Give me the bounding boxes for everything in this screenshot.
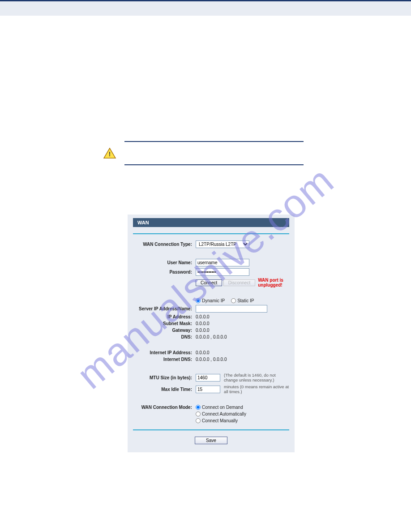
note-text bbox=[124, 142, 304, 164]
row-wan-mode-2: Connect Automatically bbox=[133, 412, 289, 416]
dynamic-ip-label: Dynamic IP bbox=[202, 298, 225, 303]
subnet-mask-value: 0.0.0.0 bbox=[196, 321, 210, 326]
static-ip-label: Static IP bbox=[237, 298, 254, 303]
row-ip-mode: Dynamic IP Static IP bbox=[133, 298, 289, 303]
label-mtu: MTU Size (in bytes): bbox=[133, 375, 196, 380]
gateway-value: 0.0.0.0 bbox=[196, 328, 210, 333]
note-line-bottom bbox=[124, 164, 304, 165]
label-wan-mode: WAN Connection Mode: bbox=[133, 405, 196, 410]
connect-demand-radio[interactable] bbox=[196, 405, 201, 410]
separator-bottom bbox=[133, 429, 289, 430]
dns-value: 0.0.0.0 , 0.0.0.0 bbox=[196, 335, 227, 339]
label-subnet-mask: Subnet Mask: bbox=[133, 321, 196, 326]
row-username: User Name: bbox=[133, 259, 289, 266]
page-header-bars bbox=[0, 0, 411, 16]
row-internet-dns: Internet DNS: 0.0.0.0 , 0.0.0.0 bbox=[133, 357, 289, 362]
row-server-ip: Server IP Address/Name: bbox=[133, 305, 289, 313]
max-idle-hint: minutes (0 means remain active at all ti… bbox=[224, 384, 289, 394]
username-input[interactable] bbox=[196, 259, 249, 266]
label-dns: DNS: bbox=[133, 335, 196, 339]
wan-status-text: WAN port is unplugged! bbox=[258, 278, 289, 287]
save-row: Save bbox=[133, 437, 289, 444]
wan-conn-type-select[interactable]: L2TP/Russia L2TP bbox=[196, 240, 249, 248]
save-button[interactable]: Save bbox=[195, 437, 227, 444]
row-connect: Connect Disconnect WAN port is unplugged… bbox=[133, 278, 289, 287]
label-internet-dns: Internet DNS: bbox=[133, 357, 196, 362]
connect-demand-label: Connect on Demand bbox=[202, 405, 243, 410]
label-internet-ip: Internet IP Address: bbox=[133, 350, 196, 355]
row-wan-conn-type: WAN Connection Type: L2TP/Russia L2TP bbox=[133, 240, 289, 248]
panel-title: WAN bbox=[133, 218, 289, 227]
note-lines bbox=[124, 141, 304, 165]
label-gateway: Gateway: bbox=[133, 328, 196, 333]
separator bbox=[133, 233, 289, 234]
label-max-idle: Max Idle Time: bbox=[133, 387, 196, 392]
label-server-ip: Server IP Address/Name: bbox=[133, 306, 196, 311]
internet-ip-value: 0.0.0.0 bbox=[196, 350, 210, 355]
wan-panel: WAN WAN Connection Type: L2TP/Russia L2T… bbox=[128, 215, 295, 452]
row-subnet-mask: Subnet Mask: 0.0.0.0 bbox=[133, 321, 289, 326]
row-wan-mode-3: Connect Manually bbox=[133, 418, 289, 423]
label-wan-conn-type: WAN Connection Type: bbox=[133, 242, 196, 247]
label-ip-address: IP Address: bbox=[133, 314, 196, 319]
internet-dns-value: 0.0.0.0 , 0.0.0.0 bbox=[196, 357, 227, 362]
row-dns: DNS: 0.0.0.0 , 0.0.0.0 bbox=[133, 335, 289, 339]
server-ip-input[interactable] bbox=[196, 305, 267, 313]
row-mtu: MTU Size (in bytes): (The default is 146… bbox=[133, 373, 289, 382]
mtu-hint: (The default is 1460, do not change unle… bbox=[224, 373, 289, 382]
svg-text:!: ! bbox=[109, 150, 111, 158]
connect-manual-label: Connect Manually bbox=[202, 418, 238, 423]
row-gateway: Gateway: 0.0.0.0 bbox=[133, 328, 289, 333]
header-band bbox=[0, 1, 411, 16]
spacer bbox=[0, 16, 411, 141]
dynamic-ip-radio[interactable] bbox=[196, 298, 201, 303]
connect-button[interactable]: Connect bbox=[196, 279, 222, 286]
row-password: Password: bbox=[133, 268, 289, 276]
row-ip-address: IP Address: 0.0.0.0 bbox=[133, 314, 289, 319]
password-input[interactable] bbox=[196, 268, 249, 276]
mtu-input[interactable] bbox=[196, 374, 220, 382]
note-block: ! bbox=[103, 141, 304, 165]
label-username: User Name: bbox=[133, 260, 196, 265]
connect-auto-radio[interactable] bbox=[196, 412, 201, 416]
row-wan-mode-1: WAN Connection Mode: Connect on Demand bbox=[133, 405, 289, 410]
warning-icon: ! bbox=[103, 147, 116, 159]
label-password: Password: bbox=[133, 270, 196, 275]
row-max-idle: Max Idle Time: minutes (0 means remain a… bbox=[133, 384, 289, 394]
connect-auto-label: Connect Automatically bbox=[202, 412, 246, 416]
max-idle-input[interactable] bbox=[196, 386, 220, 393]
connect-manual-radio[interactable] bbox=[196, 418, 201, 423]
row-internet-ip: Internet IP Address: 0.0.0.0 bbox=[133, 350, 289, 355]
static-ip-radio[interactable] bbox=[231, 298, 236, 303]
disconnect-button[interactable]: Disconnect bbox=[223, 279, 255, 286]
ip-address-value: 0.0.0.0 bbox=[196, 314, 210, 319]
